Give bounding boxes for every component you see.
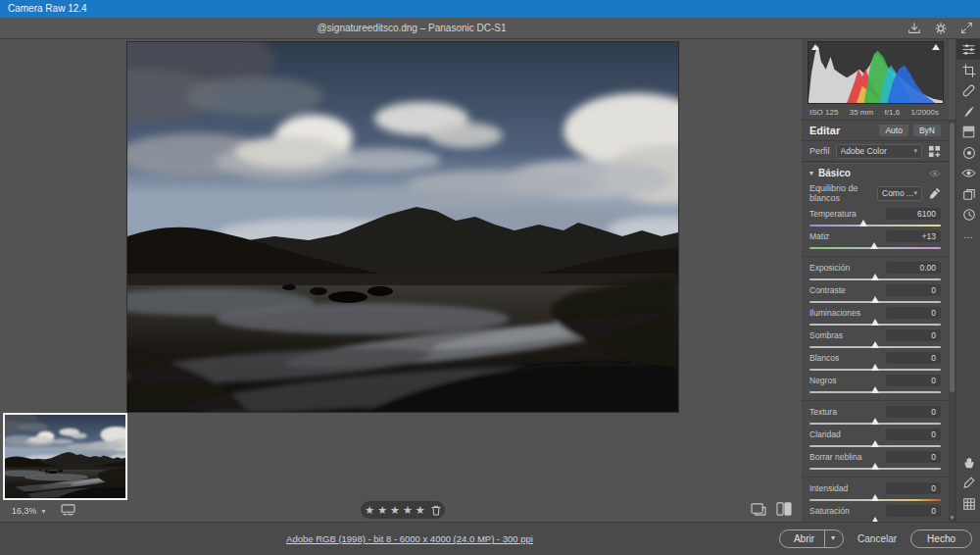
slider-label: Iluminaciones — [809, 308, 860, 318]
slider-temperatura: Temperatura6100 — [809, 208, 941, 227]
slider-thumb[interactable] — [859, 220, 867, 227]
tool-presets[interactable] — [956, 183, 980, 204]
filmstrip-toggle-icon[interactable] — [61, 504, 75, 518]
basic-section-header[interactable]: ▾ Básico — [802, 163, 949, 182]
slider-track[interactable] — [809, 324, 941, 326]
slider-thumb[interactable] — [871, 296, 879, 303]
bottom-bar: Adobe RGB (1998) - bit 8 - 6000 x 4000 (… — [0, 522, 980, 555]
hand-tool-icon[interactable] — [956, 452, 980, 473]
slider-value-field[interactable]: 0 — [886, 375, 941, 386]
slider-thumb[interactable] — [871, 274, 879, 280]
slider-thumb[interactable] — [871, 319, 879, 326]
sampler-tool-icon[interactable] — [956, 473, 980, 493]
highlight-clipping-icon[interactable] — [932, 44, 940, 50]
slider-track[interactable] — [809, 278, 941, 280]
white-balance-eyedropper-icon[interactable] — [929, 187, 941, 199]
tool-brush[interactable] — [956, 101, 980, 122]
slider-value-field[interactable]: 0 — [886, 329, 941, 341]
slider-saturacion: Saturación0 — [809, 505, 941, 522]
tool-radial-gradient[interactable] — [956, 142, 980, 163]
slider-track[interactable] — [809, 225, 941, 227]
slider-value-field[interactable]: 0 — [886, 406, 941, 418]
slider-value-field[interactable]: 0 — [886, 284, 941, 296]
tool-red-eye[interactable] — [956, 163, 980, 183]
split-view-icon[interactable] — [776, 502, 792, 520]
profile-select[interactable]: Adobe Color ▾ — [836, 144, 922, 159]
grid-overlay-icon[interactable] — [956, 493, 980, 514]
tools-toolbar: … — [956, 39, 980, 522]
open-button[interactable]: Abrir ▾ — [779, 530, 844, 548]
slider-value-field[interactable]: 0.00 — [886, 262, 941, 274]
slider-value-field[interactable]: 0 — [886, 352, 941, 364]
rating-star-icon[interactable]: ★ — [390, 502, 400, 518]
save-image-icon[interactable] — [906, 21, 921, 35]
tool-crop[interactable] — [956, 60, 980, 80]
slider-track[interactable] — [809, 468, 941, 470]
main-photo[interactable] — [127, 42, 678, 412]
slider-track[interactable] — [809, 247, 941, 249]
chevron-down-icon: ▾ — [913, 147, 917, 155]
slider-contraste: Contraste0 — [809, 284, 941, 303]
cancel-button[interactable]: Cancelar — [858, 533, 897, 544]
slider-value-field[interactable]: 6100 — [886, 208, 941, 220]
slider-thumb[interactable] — [871, 494, 879, 501]
filmstrip-thumbnail[interactable] — [3, 413, 127, 500]
slider-thumb[interactable] — [871, 364, 879, 371]
slider-track[interactable] — [809, 369, 941, 371]
slider-track[interactable] — [809, 445, 941, 447]
slider-track[interactable] — [809, 499, 941, 501]
slider-track[interactable] — [809, 423, 941, 425]
tool-heal[interactable] — [956, 80, 980, 101]
slider-value-field[interactable]: 0 — [886, 505, 941, 517]
slider-value-field[interactable]: 0 — [886, 429, 941, 440]
slider-thumb[interactable] — [871, 386, 879, 393]
tool-more-options[interactable]: … — [956, 225, 980, 245]
rating-star-icon[interactable]: ★ — [365, 502, 374, 518]
basic-visibility-eye-icon[interactable] — [929, 170, 941, 177]
open-button-label: Abrir — [780, 530, 824, 547]
slider-thumb[interactable] — [871, 341, 879, 348]
bw-button[interactable]: ByN — [913, 125, 941, 136]
scrollbar-thumb[interactable] — [950, 123, 955, 392]
fullscreen-toggle-icon[interactable] — [959, 21, 974, 35]
slider-thumb[interactable] — [870, 242, 878, 249]
white-balance-select[interactable]: Como ... ▾ — [877, 186, 922, 201]
slider-label: Claridad — [809, 429, 841, 439]
basic-section-title: Básico — [818, 168, 924, 178]
slider-thumb[interactable] — [871, 463, 879, 470]
slider-track[interactable] — [809, 301, 941, 303]
slider-track[interactable] — [809, 346, 941, 348]
rating-star-icon[interactable]: ★ — [416, 502, 425, 518]
panel-scrollbar[interactable]: ▼ — [949, 120, 956, 522]
open-options-chevron-icon[interactable]: ▾ — [824, 530, 843, 547]
slider-track[interactable] — [809, 391, 941, 393]
tool-linear-gradient[interactable] — [956, 122, 980, 142]
shadow-clipping-icon[interactable] — [811, 44, 819, 50]
edit-panel: ISO 12535 mmf/1,61/2000s Editar Auto ByN… — [802, 39, 949, 522]
rating-star-icon[interactable]: ★ — [377, 502, 387, 518]
white-balance-row: Equilibrio de blancos Como ... ▾ — [802, 182, 949, 206]
tool-snapshots[interactable] — [956, 204, 980, 225]
slider-thumb[interactable] — [871, 418, 879, 425]
preferences-gear-icon[interactable] — [933, 21, 948, 35]
slider-value-field[interactable]: +13 — [886, 230, 941, 242]
profile-browser-icon[interactable] — [928, 145, 941, 158]
zoom-level[interactable]: 16,3% — [12, 506, 37, 516]
before-after-toggle-icon[interactable] — [751, 502, 766, 520]
slider-value-field[interactable]: 0 — [886, 307, 941, 319]
exif-value: 35 mm — [850, 108, 873, 117]
white-balance-label: Equilibrio de blancos — [809, 183, 872, 203]
scrollbar-down-arrow[interactable]: ▼ — [949, 515, 956, 521]
zoom-dropdown-icon[interactable]: ▾ — [42, 507, 46, 516]
delete-trash-icon[interactable] — [431, 505, 441, 516]
done-button[interactable]: Hecho — [910, 530, 972, 548]
auto-button[interactable]: Auto — [879, 125, 908, 136]
rating-star-icon[interactable]: ★ — [403, 502, 413, 518]
slider-thumb[interactable] — [871, 440, 879, 447]
slider-label: Sombras — [809, 330, 843, 340]
image-info-link[interactable]: Adobe RGB (1998) - bit 8 - 6000 x 4000 (… — [286, 533, 533, 544]
slider-value-field[interactable]: 0 — [886, 451, 941, 463]
histogram[interactable] — [808, 41, 944, 104]
tool-edit[interactable] — [956, 39, 980, 60]
slider-value-field[interactable]: 0 — [886, 482, 941, 494]
